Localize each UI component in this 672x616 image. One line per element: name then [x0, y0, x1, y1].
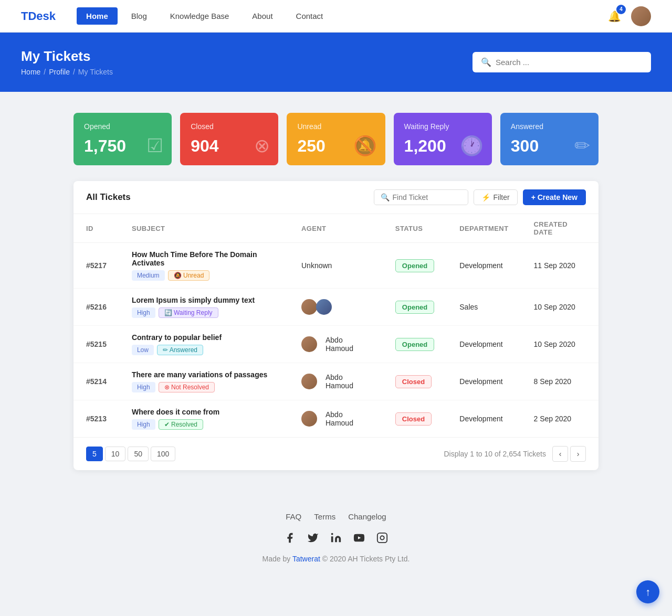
tag-resolved: ✔ Resolved: [159, 419, 203, 430]
clock-icon: 🕐: [460, 135, 484, 157]
subject-text: Where does it come from: [132, 408, 276, 416]
col-subject: Subject: [119, 214, 289, 243]
tag-high: High: [132, 382, 155, 392]
page-size-50[interactable]: 50: [128, 447, 149, 461]
stat-answered-label: Answered: [511, 122, 588, 131]
status-badge: Opened: [395, 338, 434, 351]
ticket-tags: Medium 🔕 Unread: [132, 270, 276, 281]
stat-closed-label: Closed: [191, 122, 268, 131]
prev-page-button[interactable]: ‹: [552, 446, 568, 462]
footer-socials: [10, 532, 662, 544]
edit-icon: ✏: [574, 135, 590, 157]
hero-left: My Tickets Home / Profile / My Tickets: [21, 48, 113, 76]
twitter-icon[interactable]: [307, 532, 319, 544]
breadcrumb-profile[interactable]: Profile: [49, 68, 70, 76]
col-date: Created Date: [521, 214, 598, 243]
agent-name: Unknown: [301, 261, 332, 270]
agent-cell: [301, 299, 370, 315]
stat-card-waiting[interactable]: Waiting Reply 1,200 🕐: [394, 113, 492, 165]
stat-card-answered[interactable]: Answered 300 ✏: [500, 113, 598, 165]
col-department: Department: [447, 214, 521, 243]
tag-notresolved: ⊗ Not Resolved: [159, 382, 215, 392]
breadcrumb-home[interactable]: Home: [21, 68, 40, 76]
col-agent: Agent: [289, 214, 383, 243]
ticket-id: #5217: [86, 261, 107, 270]
tag-medium: Medium: [132, 270, 165, 281]
created-date: 11 Sep 2020: [533, 261, 575, 270]
svg-point-0: [331, 533, 333, 535]
col-status: Status: [383, 214, 447, 243]
nav-home[interactable]: Home: [77, 7, 118, 25]
agent-avatar-1: [301, 299, 317, 315]
stat-card-closed[interactable]: Closed 904 ⊗: [180, 113, 278, 165]
filter-button[interactable]: ⚡ Filter: [474, 189, 518, 205]
notification-badge: 4: [616, 5, 626, 14]
agent-cell: Abdo Hamoud: [301, 410, 370, 427]
page-size-5[interactable]: 5: [86, 447, 103, 461]
stat-cards: Opened 1,750 ☑ Closed 904 ⊗ Unread 250 🔕…: [74, 113, 598, 165]
search-input[interactable]: [496, 58, 643, 67]
youtube-icon[interactable]: [353, 532, 365, 544]
scroll-top-button[interactable]: ↑: [636, 580, 659, 603]
agent-avatar: [301, 411, 317, 427]
footer-terms[interactable]: Terms: [314, 512, 335, 521]
table-row: #5214 There are many variations of passa…: [74, 363, 598, 400]
instagram-icon[interactable]: [376, 532, 388, 544]
nav-knowledge-base[interactable]: Knowledge Base: [161, 7, 239, 25]
tag-unread: 🔕 Unread: [168, 270, 210, 281]
footer-changelog[interactable]: Changelog: [348, 512, 386, 521]
nav-blog[interactable]: Blog: [122, 7, 156, 25]
nav-contact[interactable]: Contact: [287, 7, 333, 25]
page-size-10[interactable]: 10: [105, 447, 126, 461]
next-page-button[interactable]: ›: [570, 446, 586, 462]
table-row: #5216 Lorem Ipsum is simply dummy text H…: [74, 289, 598, 326]
stat-card-unread[interactable]: Unread 250 🔕: [287, 113, 385, 165]
status-badge: Opened: [395, 301, 434, 314]
stat-waiting-label: Waiting Reply: [404, 122, 481, 131]
page-title: My Tickets: [21, 48, 113, 65]
tag-waiting: 🔄 Waiting Reply: [159, 307, 218, 318]
created-date: 10 Sep 2020: [533, 340, 575, 348]
status-badge: Opened: [395, 259, 434, 272]
breadcrumb-sep-1: /: [44, 68, 46, 76]
ticket-card: All Tickets 🔍 ⚡ Filter + Create New ID: [74, 181, 598, 470]
footer-brand-link[interactable]: Tatwerat: [292, 555, 320, 563]
stat-card-opened[interactable]: Opened 1,750 ☑: [74, 113, 172, 165]
check-icon: ☑: [146, 135, 163, 157]
linkedin-icon[interactable]: [330, 532, 342, 544]
footer-faq[interactable]: FAQ: [286, 512, 301, 521]
ticket-table: ID Subject Agent Status Department Creat…: [74, 214, 598, 437]
ticket-card-title: All Tickets: [86, 192, 131, 203]
ticket-card-header: All Tickets 🔍 ⚡ Filter + Create New: [74, 181, 598, 214]
department-name: Sales: [459, 303, 478, 311]
create-button[interactable]: + Create New: [523, 189, 586, 205]
facebook-icon[interactable]: [284, 532, 296, 544]
search-box: 🔍: [472, 52, 651, 72]
create-label: + Create New: [531, 193, 578, 201]
nav-links: Home Blog Knowledge Base About Contact: [77, 7, 605, 25]
notification-button[interactable]: 🔔 4: [605, 7, 624, 26]
col-id: ID: [74, 214, 119, 243]
brand-logo[interactable]: TDesk: [21, 9, 56, 23]
ticket-id: #5213: [86, 415, 107, 423]
agent-name: Abdo Hamoud: [326, 410, 370, 427]
table-row: #5215 Contrary to popular belief Low ✏ A…: [74, 326, 598, 363]
nav-right: 🔔 4: [605, 6, 651, 26]
subject-text: Contrary to popular belief: [132, 333, 276, 342]
subject-text: Lorem Ipsum is simply dummy text: [132, 296, 276, 304]
table-head: ID Subject Agent Status Department Creat…: [74, 214, 598, 243]
table-row: #5213 Where does it come from High ✔ Res…: [74, 400, 598, 438]
hero-header: My Tickets Home / Profile / My Tickets 🔍: [0, 33, 672, 92]
department-name: Development: [459, 261, 503, 270]
nav-about[interactable]: About: [243, 7, 282, 25]
find-ticket-input[interactable]: [393, 193, 461, 201]
main-content: Opened 1,750 ☑ Closed 904 ⊗ Unread 250 🔕…: [63, 113, 609, 470]
department-name: Development: [459, 340, 503, 348]
pagination-info: Display 1 to 10 of 2,654 Tickets: [444, 450, 546, 458]
table-body: #5217 How Much Time Before The Domain Ac…: [74, 243, 598, 438]
page-size-100[interactable]: 100: [151, 447, 175, 461]
user-avatar[interactable]: [631, 6, 651, 26]
status-badge: Closed: [395, 412, 432, 426]
find-ticket-icon: 🔍: [381, 193, 390, 201]
filter-icon: ⚡: [481, 193, 490, 201]
